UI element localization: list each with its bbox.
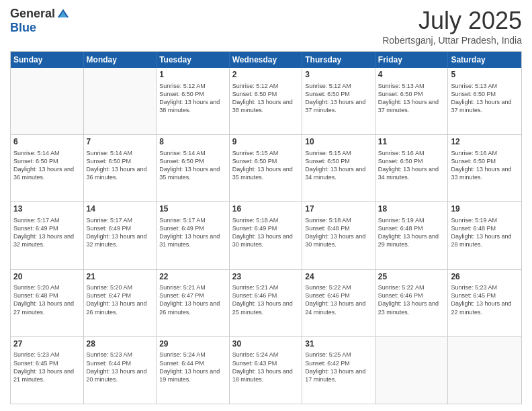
day-number: 4 — [378, 70, 445, 81]
day-number: 23 — [232, 272, 300, 283]
calendar-cell: 8Sunrise: 5:14 AM Sunset: 6:50 PM Daylig… — [157, 135, 230, 201]
calendar-cell — [84, 68, 157, 134]
calendar-cell: 13Sunrise: 5:17 AM Sunset: 6:49 PM Dayli… — [11, 202, 84, 269]
cell-info: Sunrise: 5:19 AM Sunset: 6:48 PM Dayligh… — [378, 216, 445, 249]
day-number: 15 — [159, 204, 226, 215]
header-saturday: Saturday — [448, 52, 521, 68]
day-number: 9 — [232, 137, 300, 148]
calendar-cell: 17Sunrise: 5:18 AM Sunset: 6:48 PM Dayli… — [302, 202, 375, 269]
calendar-row-3: 20Sunrise: 5:20 AM Sunset: 6:48 PM Dayli… — [11, 270, 521, 337]
calendar-cell: 23Sunrise: 5:21 AM Sunset: 6:46 PM Dayli… — [230, 270, 303, 336]
calendar-cell — [11, 68, 84, 134]
day-number: 16 — [232, 204, 300, 215]
cell-info: Sunrise: 5:13 AM Sunset: 6:50 PM Dayligh… — [451, 82, 519, 115]
calendar: Sunday Monday Tuesday Wednesday Thursday… — [10, 51, 522, 404]
day-number: 2 — [232, 70, 300, 81]
day-number: 12 — [451, 137, 519, 148]
cell-info: Sunrise: 5:22 AM Sunset: 6:46 PM Dayligh… — [305, 283, 372, 316]
day-number: 30 — [232, 339, 300, 350]
day-number: 8 — [159, 137, 226, 148]
day-number: 5 — [451, 70, 519, 81]
header: General Blue July 2025 Robertsganj, Utta… — [10, 7, 522, 46]
calendar-cell: 2Sunrise: 5:12 AM Sunset: 6:50 PM Daylig… — [230, 68, 303, 134]
calendar-cell: 14Sunrise: 5:17 AM Sunset: 6:49 PM Dayli… — [84, 202, 157, 269]
day-number: 11 — [378, 137, 445, 148]
header-sunday: Sunday — [11, 52, 84, 68]
calendar-cell: 22Sunrise: 5:21 AM Sunset: 6:47 PM Dayli… — [157, 270, 230, 336]
cell-info: Sunrise: 5:17 AM Sunset: 6:49 PM Dayligh… — [87, 216, 154, 249]
day-number: 20 — [13, 272, 81, 283]
day-number: 17 — [305, 204, 372, 215]
calendar-cell: 5Sunrise: 5:13 AM Sunset: 6:50 PM Daylig… — [448, 68, 521, 134]
cell-info: Sunrise: 5:18 AM Sunset: 6:49 PM Dayligh… — [232, 216, 300, 249]
calendar-cell: 15Sunrise: 5:17 AM Sunset: 6:49 PM Dayli… — [157, 202, 230, 269]
cell-info: Sunrise: 5:21 AM Sunset: 6:46 PM Dayligh… — [232, 283, 300, 316]
day-number: 19 — [451, 204, 519, 215]
calendar-cell: 4Sunrise: 5:13 AM Sunset: 6:50 PM Daylig… — [375, 68, 449, 134]
calendar-header: Sunday Monday Tuesday Wednesday Thursday… — [11, 52, 521, 68]
calendar-cell: 26Sunrise: 5:23 AM Sunset: 6:45 PM Dayli… — [448, 270, 521, 336]
cell-info: Sunrise: 5:14 AM Sunset: 6:50 PM Dayligh… — [159, 149, 226, 182]
cell-info: Sunrise: 5:12 AM Sunset: 6:50 PM Dayligh… — [305, 82, 372, 115]
header-tuesday: Tuesday — [157, 52, 230, 68]
calendar-cell — [448, 337, 521, 404]
month-year: July 2025 — [382, 7, 522, 35]
calendar-cell: 16Sunrise: 5:18 AM Sunset: 6:49 PM Dayli… — [230, 202, 303, 269]
cell-info: Sunrise: 5:13 AM Sunset: 6:50 PM Dayligh… — [378, 82, 445, 115]
calendar-cell: 25Sunrise: 5:22 AM Sunset: 6:46 PM Dayli… — [375, 270, 449, 336]
calendar-cell: 10Sunrise: 5:15 AM Sunset: 6:50 PM Dayli… — [302, 135, 375, 201]
header-wednesday: Wednesday — [230, 52, 303, 68]
calendar-row-1: 6Sunrise: 5:14 AM Sunset: 6:50 PM Daylig… — [11, 135, 521, 202]
logo-blue-text: Blue — [10, 21, 36, 35]
day-number: 29 — [159, 339, 226, 350]
calendar-cell: 20Sunrise: 5:20 AM Sunset: 6:48 PM Dayli… — [11, 270, 84, 336]
logo: General Blue — [10, 7, 70, 35]
title-block: July 2025 Robertsganj, Uttar Pradesh, In… — [382, 7, 522, 46]
cell-info: Sunrise: 5:14 AM Sunset: 6:50 PM Dayligh… — [87, 149, 154, 182]
cell-info: Sunrise: 5:23 AM Sunset: 6:44 PM Dayligh… — [87, 351, 154, 383]
day-number: 28 — [87, 339, 154, 350]
calendar-cell: 12Sunrise: 5:16 AM Sunset: 6:50 PM Dayli… — [448, 135, 521, 201]
calendar-row-4: 27Sunrise: 5:23 AM Sunset: 6:45 PM Dayli… — [11, 337, 521, 404]
calendar-cell: 29Sunrise: 5:24 AM Sunset: 6:44 PM Dayli… — [157, 337, 230, 404]
header-monday: Monday — [84, 52, 157, 68]
cell-info: Sunrise: 5:20 AM Sunset: 6:47 PM Dayligh… — [87, 283, 154, 316]
calendar-cell: 30Sunrise: 5:24 AM Sunset: 6:43 PM Dayli… — [230, 337, 303, 404]
day-number: 31 — [305, 339, 372, 350]
day-number: 26 — [451, 272, 519, 283]
calendar-cell: 28Sunrise: 5:23 AM Sunset: 6:44 PM Dayli… — [84, 337, 157, 404]
cell-info: Sunrise: 5:24 AM Sunset: 6:44 PM Dayligh… — [159, 351, 226, 383]
calendar-cell: 24Sunrise: 5:22 AM Sunset: 6:46 PM Dayli… — [302, 270, 375, 336]
calendar-cell: 6Sunrise: 5:14 AM Sunset: 6:50 PM Daylig… — [11, 135, 84, 201]
day-number: 3 — [305, 70, 372, 81]
day-number: 1 — [159, 70, 226, 81]
calendar-cell: 9Sunrise: 5:15 AM Sunset: 6:50 PM Daylig… — [230, 135, 303, 201]
calendar-cell: 19Sunrise: 5:19 AM Sunset: 6:48 PM Dayli… — [448, 202, 521, 269]
cell-info: Sunrise: 5:23 AM Sunset: 6:45 PM Dayligh… — [451, 283, 519, 316]
cell-info: Sunrise: 5:15 AM Sunset: 6:50 PM Dayligh… — [232, 149, 300, 182]
day-number: 13 — [13, 204, 81, 215]
calendar-cell: 18Sunrise: 5:19 AM Sunset: 6:48 PM Dayli… — [375, 202, 449, 269]
calendar-cell: 31Sunrise: 5:25 AM Sunset: 6:42 PM Dayli… — [302, 337, 375, 404]
calendar-cell: 11Sunrise: 5:16 AM Sunset: 6:50 PM Dayli… — [375, 135, 449, 201]
day-number: 18 — [378, 204, 445, 215]
calendar-cell: 3Sunrise: 5:12 AM Sunset: 6:50 PM Daylig… — [302, 68, 375, 134]
cell-info: Sunrise: 5:17 AM Sunset: 6:49 PM Dayligh… — [13, 216, 81, 249]
cell-info: Sunrise: 5:18 AM Sunset: 6:48 PM Dayligh… — [305, 216, 372, 249]
logo-general-text: General — [10, 7, 55, 21]
day-number: 22 — [159, 272, 226, 283]
calendar-cell: 21Sunrise: 5:20 AM Sunset: 6:47 PM Dayli… — [84, 270, 157, 336]
day-number: 14 — [87, 204, 154, 215]
day-number: 27 — [13, 339, 81, 350]
calendar-cell — [375, 337, 449, 404]
cell-info: Sunrise: 5:22 AM Sunset: 6:46 PM Dayligh… — [378, 283, 445, 316]
cell-info: Sunrise: 5:15 AM Sunset: 6:50 PM Dayligh… — [305, 149, 372, 182]
day-number: 7 — [87, 137, 154, 148]
cell-info: Sunrise: 5:23 AM Sunset: 6:45 PM Dayligh… — [13, 351, 81, 383]
calendar-cell: 1Sunrise: 5:12 AM Sunset: 6:50 PM Daylig… — [157, 68, 230, 134]
calendar-cell: 27Sunrise: 5:23 AM Sunset: 6:45 PM Dayli… — [11, 337, 84, 404]
day-number: 6 — [13, 137, 81, 148]
day-number: 24 — [305, 272, 372, 283]
calendar-row-2: 13Sunrise: 5:17 AM Sunset: 6:49 PM Dayli… — [11, 202, 521, 269]
cell-info: Sunrise: 5:12 AM Sunset: 6:50 PM Dayligh… — [159, 82, 226, 115]
